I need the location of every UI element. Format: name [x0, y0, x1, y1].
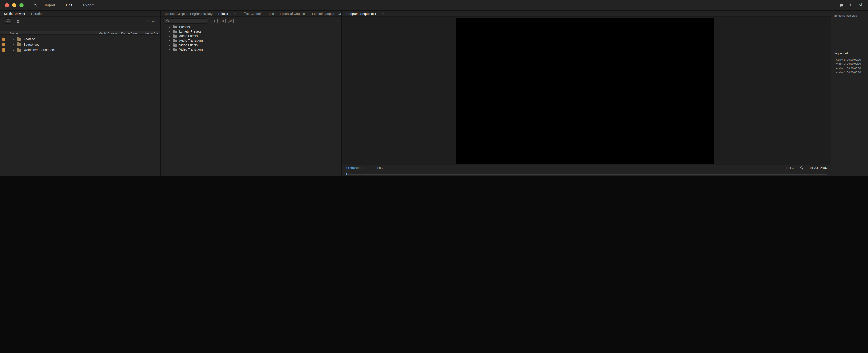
tab-program-sequence1[interactable]: Program: Sequence1 [346, 12, 376, 15]
scrubber-playhead[interactable] [346, 173, 347, 175]
twirl-icon[interactable]: › [12, 37, 15, 40]
effects-bin-name: Video Effects [179, 43, 197, 46]
effects-bin-icon [173, 26, 177, 28]
bin-folder-icon [17, 38, 21, 41]
effects-tree-row[interactable]: ›Audio Effects [160, 33, 341, 38]
info-field-value: 00:00:00:00 [847, 63, 861, 65]
effects-bin-name: Presets [179, 25, 190, 28]
info-field-value: 00:00:00:00 [847, 58, 861, 61]
titlebar: ⌂ ImportEditExport ▦⇧⇲ [0, 0, 868, 10]
program-monitor-panel: Program: Sequence1 ≡ 00:00:00:00 Fit ⌄ F… [342, 11, 831, 176]
bin-folder-icon [17, 49, 21, 52]
effects-bin-name: Video Transitions [179, 48, 203, 51]
zoom-window-button[interactable] [20, 3, 24, 7]
scrubber-track[interactable] [346, 173, 827, 175]
video-frame [456, 18, 714, 164]
tab-essential-s[interactable]: Essential S [340, 12, 341, 15]
twirl-icon[interactable]: › [168, 39, 171, 42]
effects-tree-row[interactable]: ›Presets [160, 24, 341, 29]
twirl-icon[interactable]: › [168, 48, 171, 51]
mode-tab-export[interactable]: Export [82, 0, 94, 10]
bin-row[interactable]: ›Sequences [0, 41, 160, 47]
header-right-icons: ▦⇧⇲ [839, 3, 868, 7]
minimize-window-button[interactable] [12, 3, 16, 7]
32bit-effects-icon[interactable]: 32 [220, 19, 226, 23]
tab-essential-graphics[interactable]: Essential Graphics [280, 12, 306, 15]
effects-bin-icon [173, 44, 177, 46]
playback-resolution-dropdown[interactable]: Full ⌄ [786, 166, 794, 169]
effects-tree-row[interactable]: ›Lumetri Presets [160, 29, 341, 33]
accelerated-effects-icon[interactable]: ▦ [212, 19, 218, 23]
items-count: 3 items [147, 19, 156, 22]
effects-tree-row[interactable]: ›Audio Transitions [160, 38, 341, 42]
bin-folder-icon [17, 43, 21, 46]
bin-row[interactable]: ›Footage [0, 36, 160, 41]
bin-name: Footage [24, 37, 35, 40]
effects-bin-name: Audio Transitions [179, 39, 203, 42]
tab-libraries[interactable]: Libraries [31, 12, 43, 15]
label-color-chip[interactable] [2, 43, 5, 46]
info-fields: Current:00:00:00:00Video 1:00:00:00:00Au… [831, 57, 867, 74]
chevron-down-icon: ⌄ [792, 167, 794, 169]
window-controls [0, 3, 29, 7]
effects-bin-icon [173, 31, 177, 33]
info-field-label: Audio 1: [831, 67, 846, 70]
home-icon[interactable]: ⌂ [33, 2, 37, 8]
mode-tab-import[interactable]: Import [44, 0, 56, 10]
header-mode-tabs: ImportEditExport [44, 0, 94, 10]
tab-media-browser[interactable]: Media Browser [4, 12, 25, 15]
tab-text[interactable]: Text [268, 12, 274, 15]
info-field-label: Audio 2: [831, 71, 846, 74]
twirl-icon[interactable]: › [168, 43, 171, 46]
twirl-icon[interactable]: › [12, 48, 15, 51]
twirl-icon[interactable]: › [168, 25, 171, 28]
effects-panel: Source: Golgo 13 English Blu RayEffects≡… [160, 11, 341, 176]
label-color-chip[interactable] [2, 37, 5, 40]
chevron-down-icon: ⌄ [382, 167, 384, 169]
twirl-icon[interactable]: › [12, 43, 15, 46]
tab-overflow-icon[interactable]: » [337, 12, 340, 16]
info-field: Audio 2:00:00:00:00 [831, 70, 867, 74]
project-search-row: ▤ 3 items [0, 18, 160, 24]
premiere-pro-app: ⌂ ImportEditExport ▦⇧⇲ Media BrowserLibr… [0, 0, 868, 176]
tab-effect-controls[interactable]: Effect Controls [242, 12, 262, 15]
effects-bin-icon [173, 49, 177, 51]
effects-tree-row[interactable]: ›Video Transitions [160, 47, 341, 52]
tab-effects[interactable]: Effects [218, 12, 228, 15]
effects-tree-row[interactable]: ›Video Effects [160, 42, 341, 47]
bin-row[interactable]: ›Watchmen Soundtrack [0, 47, 160, 53]
yuv-effects-icon[interactable]: YUV [228, 19, 234, 23]
label-color-chip[interactable] [2, 48, 5, 51]
zoom-level-dropdown[interactable]: Fit ⌄ [377, 166, 384, 169]
twirl-icon[interactable]: › [168, 34, 171, 37]
settings-wrench-icon[interactable] [800, 166, 804, 169]
mode-tab-edit[interactable]: Edit [65, 0, 73, 10]
maximize-icon[interactable]: ⇲ [859, 3, 862, 7]
column-header-name[interactable]: Name [10, 32, 18, 35]
effects-panel-tabs: Source: Golgo 13 English Blu RayEffects≡… [160, 11, 341, 17]
info-field: Audio 1:00:00:00:00 [831, 66, 867, 70]
effects-bin-icon [173, 35, 177, 37]
tab-lumetri-scopes[interactable]: Lumetri Scopes [312, 12, 334, 15]
column-header-media-duration[interactable]: Media Duration [99, 32, 119, 35]
close-window-button[interactable] [5, 3, 9, 7]
bin-name: Sequences [24, 43, 39, 46]
quick-export-icon[interactable]: ⇧ [849, 3, 852, 7]
sequence-duration: 01:33:35:04 [810, 166, 827, 169]
panel-menu-icon[interactable]: ≡ [234, 12, 236, 15]
project-column-headers[interactable]: NameMedia DurationFrame RateMedia Sta [0, 31, 160, 35]
workspaces-icon[interactable]: ▦ [839, 3, 843, 7]
twirl-icon[interactable]: › [168, 30, 171, 33]
column-header-frame-rate[interactable]: Frame Rate [121, 32, 137, 35]
info-field-label: Video 1: [831, 63, 846, 65]
media-directory-icon[interactable]: ▤ [16, 19, 20, 23]
effects-bin-name: Audio Effects [179, 34, 197, 37]
program-scrubber[interactable] [346, 173, 827, 175]
tab-source-golgo-13-english-blu-ray[interactable]: Source: Golgo 13 English Blu Ray [164, 12, 213, 15]
effects-search-input[interactable] [163, 18, 209, 24]
column-header-media-sta[interactable]: Media Sta [145, 32, 158, 35]
panel-menu-icon[interactable]: ≡ [382, 12, 384, 15]
program-timecode[interactable]: 00:00:00:00 [346, 166, 365, 169]
bin-name: Watchmen Soundtrack [24, 48, 55, 51]
project-search-input[interactable] [4, 18, 13, 24]
